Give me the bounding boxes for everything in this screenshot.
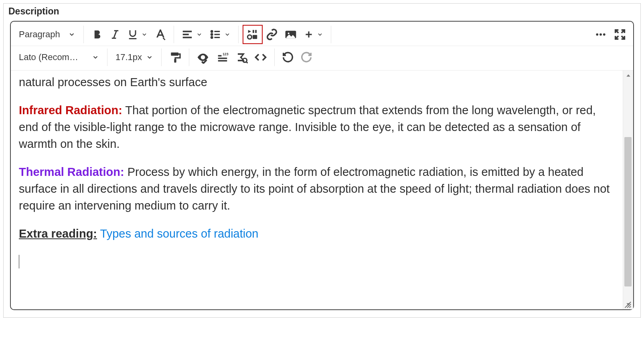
svg-point-24: [603, 33, 606, 36]
word-count-button[interactable]: 123: [213, 48, 233, 67]
paragraph-infrared: Infrared Radiation: That portion of the …: [19, 102, 615, 152]
extra-reading-label: Extra reading:: [19, 227, 97, 240]
extra-reading-link[interactable]: Types and sources of radiation: [100, 227, 259, 240]
italic-button[interactable]: [106, 25, 124, 44]
redo-button[interactable]: [297, 48, 316, 67]
toolbar-divider: [331, 26, 331, 43]
insert-media-icon: [247, 28, 259, 40]
underline-button[interactable]: [124, 25, 151, 44]
cursor-position: [19, 253, 615, 273]
underline-icon: [127, 29, 138, 40]
toolbar-divider: [83, 26, 84, 43]
list-button[interactable]: [206, 25, 234, 44]
more-actions-button[interactable]: [591, 25, 611, 44]
chevron-down-icon: [196, 31, 203, 38]
bullet-list-icon: [209, 28, 221, 40]
plus-icon: [304, 29, 314, 40]
content-area[interactable]: natural processes on Earth's surface Inf…: [11, 71, 623, 309]
italic-icon: [109, 29, 121, 40]
chevron-down-icon: [68, 31, 75, 38]
resize-handle[interactable]: [623, 300, 632, 309]
text-line: natural processes on Earth's surface: [19, 74, 615, 91]
undo-icon: [282, 51, 294, 63]
font-color-button[interactable]: [151, 25, 170, 44]
block-format-dropdown[interactable]: Paragraph: [15, 25, 79, 44]
paint-roller-icon: [169, 51, 182, 64]
svg-point-11: [211, 37, 213, 38]
preview-button[interactable]: [193, 48, 213, 67]
align-button[interactable]: [178, 25, 206, 44]
svg-rect-29: [171, 52, 178, 56]
svg-point-22: [596, 33, 598, 36]
term-thermal: Thermal Radiation:: [19, 165, 124, 178]
vertical-scrollbar[interactable]: [623, 71, 633, 309]
fullscreen-icon: [614, 28, 626, 40]
svg-rect-17: [253, 35, 257, 39]
image-icon: [284, 28, 297, 41]
align-left-icon: [181, 28, 193, 40]
toolbar-row-2: Lato (Recomm... 17.1px: [11, 46, 633, 71]
undo-button[interactable]: [279, 48, 297, 67]
svg-rect-14: [253, 30, 254, 33]
svg-text:123: 123: [223, 52, 229, 56]
chevron-down-icon: [141, 31, 148, 38]
equation-editor-button[interactable]: [233, 48, 251, 67]
toolbar-row-1: Paragraph: [11, 22, 633, 46]
svg-point-7: [211, 31, 213, 32]
insert-stuff-button[interactable]: [243, 25, 263, 44]
toolbar-divider: [174, 26, 174, 43]
redo-icon: [300, 51, 312, 63]
code-icon: [254, 51, 267, 63]
link-icon: [266, 28, 278, 40]
scroll-track[interactable]: [623, 80, 633, 300]
svg-marker-37: [626, 75, 630, 77]
svg-point-35: [243, 58, 247, 63]
chevron-down-icon: [224, 31, 231, 38]
svg-line-41: [630, 307, 631, 308]
toolbar-divider: [274, 48, 275, 66]
source-code-button[interactable]: [251, 48, 270, 67]
svg-point-16: [247, 35, 251, 39]
svg-line-36: [246, 62, 248, 63]
bold-icon: [91, 28, 103, 40]
svg-rect-30: [174, 59, 176, 63]
format-painter-button[interactable]: [166, 48, 185, 67]
editor-container: Description Paragraph: [3, 3, 641, 318]
svg-point-19: [288, 32, 289, 34]
font-size-dropdown[interactable]: 17.1px: [111, 48, 157, 67]
eye-check-icon: [196, 51, 209, 64]
svg-marker-13: [248, 30, 251, 33]
image-button[interactable]: [281, 25, 300, 44]
svg-point-9: [211, 34, 213, 35]
svg-line-2: [113, 31, 116, 38]
equation-button[interactable]: [300, 25, 327, 44]
term-infrared: Infrared Radiation:: [19, 104, 122, 117]
chevron-down-icon: [146, 54, 153, 61]
word-count-icon: 123: [216, 51, 229, 63]
chevron-down-icon: [92, 54, 99, 61]
ellipsis-icon: [594, 28, 608, 40]
toolbar-divider: [107, 48, 107, 66]
editor-body: natural processes on Earth's surface Inf…: [11, 71, 633, 309]
toolbar-divider: [238, 26, 239, 43]
font-family-dropdown[interactable]: Lato (Recomm...: [15, 48, 103, 67]
link-button[interactable]: [263, 25, 281, 44]
toolbar-divider: [161, 48, 162, 66]
fullscreen-button[interactable]: [611, 25, 629, 44]
field-label: Description: [4, 4, 640, 21]
paragraph-thermal: Thermal Radiation: Process by which ener…: [19, 163, 615, 214]
bold-button[interactable]: [88, 25, 106, 44]
toolbar-divider: [189, 48, 189, 66]
equation-search-icon: [236, 51, 248, 63]
rich-text-editor: Paragraph: [10, 21, 634, 310]
font-color-icon: [154, 28, 166, 40]
svg-point-23: [599, 33, 602, 36]
scroll-thumb[interactable]: [624, 137, 632, 286]
scroll-up-button[interactable]: [624, 71, 633, 80]
chevron-down-icon: [316, 31, 324, 38]
paragraph-extra: Extra reading: Types and sources of radi…: [19, 225, 615, 242]
svg-rect-15: [255, 30, 257, 33]
